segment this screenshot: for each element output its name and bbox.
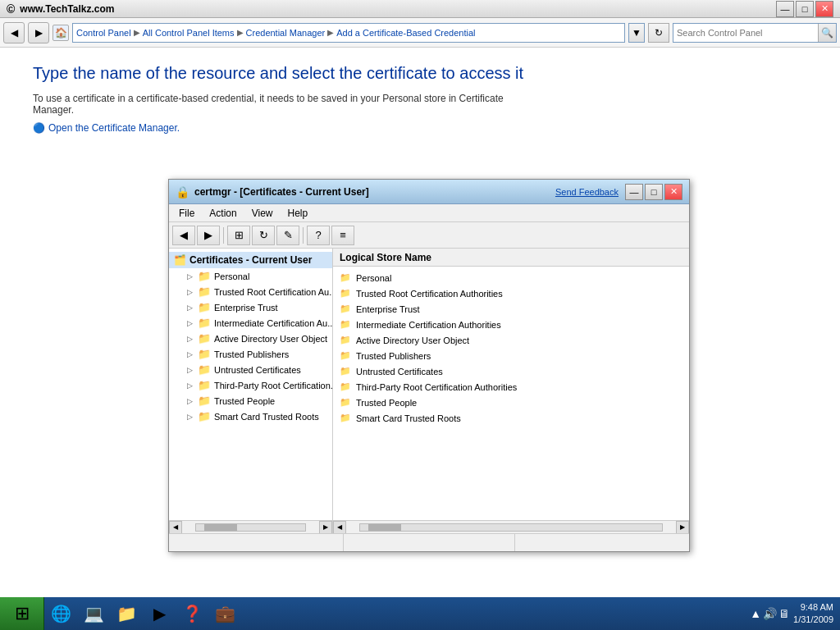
folder-icon-1: 📁	[198, 285, 211, 298]
refresh-btn[interactable]: ↻	[648, 23, 669, 43]
tree-root-label: Certificates - Current User	[189, 254, 312, 266]
tree-item-9[interactable]: ▷ 📁 Smart Card Trusted Roots	[169, 409, 332, 424]
address-dropdown-btn[interactable]: ▼	[628, 23, 645, 43]
folder-icon-0: 📁	[198, 270, 211, 282]
tree-item-0[interactable]: ▷ 📁 Personal	[169, 268, 332, 284]
tree-item-7[interactable]: ▷ 📁 Third-Party Root Certification...	[169, 377, 332, 393]
folder-icon-5: 📁	[198, 348, 211, 360]
list-item-label-2: Enterprise Trust	[356, 304, 420, 314]
list-hscroll-track[interactable]	[359, 523, 663, 532]
browser-restore-btn[interactable]: □	[796, 1, 814, 17]
list-hscroll-left[interactable]: ◀	[333, 521, 346, 534]
certmgr-close-btn[interactable]: ✕	[664, 184, 682, 200]
list-hscrollbar[interactable]: ◀ ▶	[333, 520, 689, 533]
tree-item-3[interactable]: ▷ 📁 Intermediate Certification Au...	[169, 315, 332, 331]
tree-item-label-0: Personal	[214, 272, 249, 281]
folder-icon-4: 📁	[198, 332, 211, 345]
breadcrumb-controlpanel[interactable]: Control Panel	[76, 28, 131, 38]
toolbar-up-btn[interactable]: ⊞	[227, 226, 250, 245]
search-icon[interactable]: 🔍	[818, 24, 836, 42]
tray-arrow-icon[interactable]: ▲	[750, 607, 761, 620]
forward-button[interactable]: ▶	[28, 22, 49, 43]
search-input[interactable]	[673, 24, 818, 42]
certmgr-minimize-btn[interactable]: —	[625, 184, 643, 200]
tree-item-8[interactable]: ▷ 📁 Trusted People	[169, 393, 332, 409]
list-item-6[interactable]: 📁 Untrusted Certificates	[333, 363, 689, 379]
taskbar-briefcase-icon[interactable]: 💼	[210, 599, 240, 628]
tree-hscroll-thumb[interactable]	[204, 524, 237, 531]
tray-network-icon[interactable]: 🖥	[778, 607, 790, 620]
tree-item-label-4: Active Directory User Object	[214, 334, 327, 344]
certmgr-send-feedback[interactable]: Send Feedback	[555, 187, 619, 197]
toolbar-view-btn[interactable]: ≡	[331, 226, 354, 245]
tree-item-1[interactable]: ▷ 📁 Trusted Root Certification Au...	[169, 284, 332, 299]
list-folder-icon-2: 📁	[340, 304, 351, 314]
menu-action[interactable]: Action	[203, 206, 243, 221]
list-folder-icon-3: 📁	[340, 319, 351, 330]
tree-hscroll-left[interactable]: ◀	[169, 521, 182, 534]
tree-arrow-7: ▷	[187, 381, 193, 390]
list-item-2[interactable]: 📁 Enterprise Trust	[333, 301, 689, 317]
list-item-label-4: Active Directory User Object	[356, 336, 469, 345]
toolbar-back-btn[interactable]: ◀	[172, 226, 195, 245]
tree-item-6[interactable]: ▷ 📁 Untrusted Certificates	[169, 362, 332, 377]
tree-item-4[interactable]: ▷ 📁 Active Directory User Object	[169, 331, 332, 346]
list-header: Logical Store Name	[333, 249, 689, 267]
tree-root-item[interactable]: 🗂️ Certificates - Current User	[169, 252, 332, 268]
browser-close-btn[interactable]: ✕	[815, 1, 833, 17]
toolbar-separator-2	[303, 227, 304, 244]
toolbar-export-btn[interactable]: ✎	[276, 226, 299, 245]
address-path[interactable]: Control Panel ▶ All Control Panel Items …	[72, 23, 625, 43]
list-item-label-3: Intermediate Certification Authorities	[356, 320, 501, 330]
tree-hscroll-track[interactable]	[195, 523, 306, 532]
back-button[interactable]: ◀	[3, 22, 25, 43]
list-folder-icon-9: 📁	[340, 413, 351, 423]
tree-item-5[interactable]: ▷ 📁 Trusted Publishers	[169, 346, 332, 362]
breadcrumb-allcontrol[interactable]: All Control Panel Items	[143, 28, 235, 38]
taskbar-explorer-icon[interactable]: 💻	[79, 599, 108, 628]
list-item-5[interactable]: 📁 Trusted Publishers	[333, 348, 689, 363]
breadcrumb-add-cert[interactable]: Add a Certificate-Based Credential	[336, 28, 475, 38]
menu-file[interactable]: File	[172, 206, 201, 221]
taskbar-media-icon[interactable]: ▶	[144, 599, 174, 628]
list-item-0[interactable]: 📁 Personal	[333, 270, 689, 285]
status-section-3	[515, 534, 686, 551]
tree-root-icon: 🗂️	[174, 254, 186, 266]
browser-titlebar: © www.TechTalkz.com — □ ✕	[0, 0, 840, 18]
browser-minimize-btn[interactable]: —	[776, 1, 794, 17]
tree-hscrollbar[interactable]: ◀ ▶	[169, 520, 332, 533]
taskbar-help-icon[interactable]: ❓	[177, 599, 207, 628]
list-item-3[interactable]: 📁 Intermediate Certification Authorities	[333, 317, 689, 332]
system-clock[interactable]: 9:48 AM 1/31/2009	[793, 601, 833, 627]
home-icon: 🏠	[52, 25, 69, 41]
taskbar-folder-icon[interactable]: 📁	[112, 599, 141, 628]
list-hscroll-thumb[interactable]	[368, 524, 401, 531]
breadcrumb-credential[interactable]: Credential Manager	[246, 28, 326, 38]
tray-speaker-icon[interactable]: 🔊	[763, 607, 777, 620]
list-item-7[interactable]: 📁 Third-Party Root Certification Authori…	[333, 379, 689, 395]
menu-help[interactable]: Help	[281, 206, 315, 221]
list-hscroll-right[interactable]: ▶	[676, 521, 689, 534]
certmgr-tree-pane: 🗂️ Certificates - Current User ▷ 📁 Perso…	[169, 249, 333, 533]
tree-hscroll-right[interactable]: ▶	[319, 521, 332, 534]
list-item-1[interactable]: 📁 Trusted Root Certification Authorities	[333, 285, 689, 301]
menu-view[interactable]: View	[245, 206, 280, 221]
page-content: Type the name of the resource and select…	[0, 48, 840, 597]
certmgr-menubar: File Action View Help	[169, 204, 689, 222]
taskbar-ie-icon[interactable]: 🌐	[46, 599, 75, 628]
toolbar-forward-btn[interactable]: ▶	[197, 226, 220, 245]
toolbar-refresh-btn[interactable]: ↻	[252, 226, 275, 245]
list-item-label-1: Trusted Root Certification Authorities	[356, 289, 503, 299]
list-item-8[interactable]: 📁 Trusted People	[333, 395, 689, 410]
list-item-9[interactable]: 📁 Smart Card Trusted Roots	[333, 410, 689, 426]
toolbar-help-btn[interactable]: ?	[307, 226, 330, 245]
certmgr-restore-btn[interactable]: □	[645, 184, 663, 200]
open-cert-manager-link[interactable]: 🔵 Open the Certificate Manager.	[33, 122, 807, 134]
folder-icon-7: 📁	[198, 379, 211, 391]
taskbar: ⊞ 🌐 💻 📁 ▶ ❓ 💼 ▲ 🔊 🖥 9:48 AM 1/31/2009	[0, 597, 840, 630]
tree-arrow-9: ▷	[187, 413, 193, 421]
start-button[interactable]: ⊞	[0, 597, 44, 630]
status-section-2	[344, 534, 515, 551]
list-item-4[interactable]: 📁 Active Directory User Object	[333, 332, 689, 348]
tree-item-2[interactable]: ▷ 📁 Enterprise Trust	[169, 299, 332, 315]
